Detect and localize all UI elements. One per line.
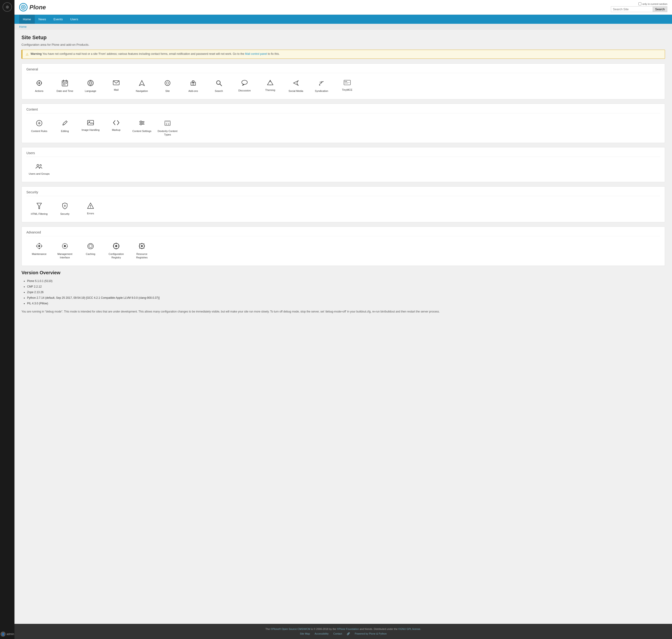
icon-item-maintenance[interactable]: Maintenance <box>26 240 52 262</box>
users-groups-icon <box>35 163 43 170</box>
svg-point-32 <box>270 81 271 82</box>
icon-grid-advanced: MaintenanceManagement InterfaceCachingCo… <box>26 240 660 262</box>
svg-point-78 <box>141 245 143 247</box>
icon-item-security[interactable]: Security <box>52 200 78 218</box>
icon-item-editing[interactable]: Editing <box>52 117 78 139</box>
page-content: Site Setup Configuration area for Plone … <box>14 30 672 624</box>
plone-logo-icon <box>19 3 28 12</box>
footer-link-accessibility[interactable]: Accessibility <box>315 632 329 635</box>
svg-rect-35 <box>345 81 346 82</box>
icon-grid-users: Users and Groups <box>26 161 660 178</box>
breadcrumb-home[interactable]: Home <box>19 25 27 29</box>
caching-label: Caching <box>86 252 95 255</box>
svg-rect-43 <box>88 120 94 125</box>
footer-plone-link[interactable]: ©Plone® Open Source CMS/WCM <box>271 627 310 630</box>
section-content: ContentContent RulesEditingImage Handlin… <box>21 104 665 143</box>
svg-rect-82 <box>139 246 140 247</box>
icon-item-add-ons[interactable]: Add-ons <box>180 77 206 95</box>
icon-item-users-groups[interactable]: Users and Groups <box>26 161 52 178</box>
footer-link-contact[interactable]: Contact <box>333 632 342 635</box>
icon-item-caching[interactable]: Caching <box>78 240 103 262</box>
icon-item-content-settings[interactable]: Content Settings <box>129 117 155 139</box>
plone-logo: Plone <box>19 3 46 12</box>
icon-item-actions[interactable]: Actions <box>26 77 52 95</box>
icon-grid-content: Content RulesEditingImage HandlingMarkup… <box>26 117 660 139</box>
svg-rect-17 <box>64 84 65 85</box>
icon-item-mail[interactable]: Mail <box>103 77 129 95</box>
configuration-registry-icon <box>113 243 120 250</box>
resource-registries-label: Resource Registries <box>131 252 152 259</box>
icon-item-html-filtering[interactable]: HTML Filtering <box>26 200 52 218</box>
svg-rect-16 <box>63 84 64 85</box>
footer-link-🔗[interactable]: 🔗 <box>347 632 350 635</box>
icon-item-navigation[interactable]: Navigation <box>129 77 155 95</box>
footer-link-site-map[interactable]: Site Map <box>300 632 310 635</box>
image-handling-icon <box>87 120 94 126</box>
svg-point-23 <box>166 82 169 84</box>
icon-item-image-handling[interactable]: Image Handling <box>78 117 103 139</box>
icon-item-date-time[interactable]: Date and Time <box>52 77 78 95</box>
search-button[interactable]: Search <box>653 6 667 12</box>
svg-point-30 <box>242 80 247 84</box>
markup-label: Markup <box>112 128 121 131</box>
icon-item-social-media[interactable]: Social Media <box>283 77 309 95</box>
icon-item-management-interface[interactable]: Management Interface <box>52 240 78 262</box>
content-rules-label: Content Rules <box>31 129 47 133</box>
mail-control-panel-link[interactable]: Mail control panel <box>245 52 267 56</box>
icon-item-tinymce[interactable]: TinyMCE <box>334 77 360 95</box>
footer-license-link[interactable]: ©GNU GPL license <box>398 627 421 630</box>
nav-item-users[interactable]: Users <box>66 15 82 24</box>
icon-item-configuration-registry[interactable]: Configuration Registry <box>103 240 129 262</box>
icon-item-dexterity-content-types[interactable]: Dexterity Content Types <box>155 117 180 139</box>
svg-point-18 <box>88 80 93 86</box>
svg-rect-37 <box>345 82 350 83</box>
only-in-section-input[interactable] <box>638 2 641 5</box>
tinymce-icon <box>344 80 351 86</box>
version-item: Python 2.7.14 (default, Sep 25 2017, 09:… <box>27 295 665 301</box>
icon-grid-general: ActionsDate and TimeLanguageMailNavigati… <box>26 77 660 95</box>
date-time-icon <box>62 80 68 88</box>
icon-item-language[interactable]: Language <box>78 77 103 95</box>
icon-item-content-rules[interactable]: Content Rules <box>26 117 52 139</box>
section-title-advanced: Advanced <box>26 230 660 236</box>
section-general: GeneralActionsDate and TimeLanguageMailN… <box>21 63 665 99</box>
nav-item-events[interactable]: Events <box>50 15 66 24</box>
sections-container: GeneralActionsDate and TimeLanguageMailN… <box>21 63 665 266</box>
management-interface-label: Management Interface <box>55 252 75 259</box>
icon-item-markup[interactable]: Markup <box>103 117 129 139</box>
svg-point-69 <box>64 245 66 247</box>
footer-link-powered-by-plone-&-python[interactable]: Powered by Plone & Python <box>355 632 387 635</box>
maintenance-label: Maintenance <box>32 252 47 255</box>
warning-message: You have not configured a mail host or a… <box>43 52 245 56</box>
discussion-label: Discussion <box>238 89 250 92</box>
users-groups-label: Users and Groups <box>29 172 49 175</box>
icon-item-discussion[interactable]: Discussion <box>232 77 257 95</box>
icon-item-theming[interactable]: Theming <box>257 77 283 95</box>
markup-icon <box>113 120 120 126</box>
discussion-icon <box>241 80 248 87</box>
footer-foundation-link[interactable]: ©Plone Foundation <box>337 627 359 630</box>
svg-point-33 <box>319 84 320 85</box>
configuration-registry-label: Configuration Registry <box>106 252 127 259</box>
search-input[interactable] <box>611 6 653 12</box>
icon-item-resource-registries[interactable]: Resource Registries <box>129 240 155 262</box>
content-settings-label: Content Settings <box>132 129 151 133</box>
mail-icon <box>113 80 120 86</box>
actions-icon <box>36 80 43 88</box>
sidebar-logo-icon: ⊕ <box>3 2 12 12</box>
section-title-users: Users <box>26 151 660 157</box>
version-item: CMF 2.2.12 <box>27 284 665 290</box>
site-footer: The ©Plone® Open Source CMS/WCM is © 200… <box>14 624 672 639</box>
syndication-label: Syndication <box>315 89 328 93</box>
icon-item-errors[interactable]: Errors <box>78 200 103 218</box>
image-handling-label: Image Handling <box>81 128 100 131</box>
editing-icon <box>62 120 68 128</box>
nav-item-home[interactable]: Home <box>19 15 35 24</box>
icon-item-syndication[interactable]: Syndication <box>309 77 334 95</box>
site-icon <box>164 80 171 88</box>
icon-item-site[interactable]: Site <box>155 77 180 95</box>
svg-rect-66 <box>39 248 40 249</box>
version-list: Plone 5.1.0.1 (5110)CMF 2.2.12Zope 2.13.… <box>21 278 665 306</box>
nav-item-news[interactable]: News <box>35 15 50 24</box>
icon-item-search[interactable]: Search <box>206 77 232 95</box>
